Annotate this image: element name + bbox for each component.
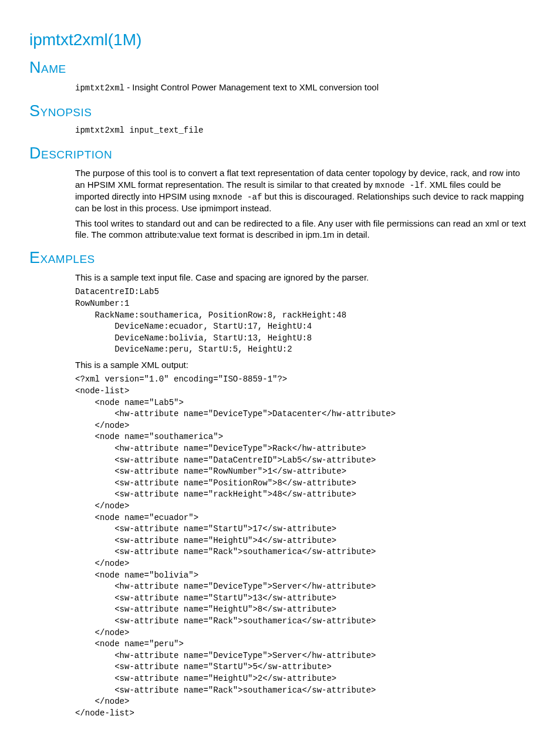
synopsis-text: ipmtxt2xml input_text_file	[75, 125, 531, 137]
desc-code1: mxnode -lf	[375, 181, 424, 190]
desc-code2: mxnode -af	[212, 193, 262, 202]
name-line: ipmtxt2xml - Insight Control Power Manag…	[75, 82, 531, 93]
examples-intro-2: This is a sample XML output:	[75, 359, 531, 371]
description-para-1: The purpose of this tool is to convert a…	[75, 167, 531, 214]
section-heading-description: Description	[29, 143, 531, 164]
page-title: ipmtxt2xml(1M)	[29, 29, 531, 50]
name-desc: - Insight Control Power Management text …	[124, 82, 379, 92]
section-heading-name: Name	[29, 58, 531, 78]
section-heading-synopsis: Synopsis	[29, 101, 531, 121]
examples-sample-text: DatacentreID:Lab5 RowNumber:1 RackName:s…	[75, 286, 531, 356]
description-para-2: This tool writes to standard out and can…	[75, 218, 531, 241]
section-heading-examples: Examples	[29, 248, 531, 268]
examples-intro-1: This is a sample text input file. Case a…	[75, 272, 531, 283]
name-cmd: ipmtxt2xml	[75, 83, 124, 93]
examples-sample-xml: <?xml version="1.0" encoding="ISO-8859-1…	[75, 374, 531, 719]
